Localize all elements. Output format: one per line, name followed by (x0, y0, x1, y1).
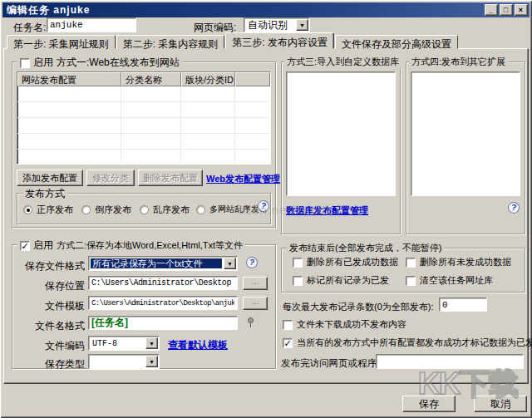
filename-input[interactable] (88, 316, 238, 330)
col-filler (235, 72, 270, 86)
radio-forward-label: 正序发布 (37, 204, 73, 216)
encoding-value: 自动识别 (246, 20, 294, 30)
db-publish-manage-link[interactable]: 数据库发布配置管理 (286, 204, 368, 217)
method3-title: 方式三:导入到自定义数据库 (284, 56, 401, 68)
cb-delete-unpublished-label: 删除所有未发成功数据 (420, 256, 511, 268)
table-row (17, 118, 270, 134)
checkbox-icon: ✓ (406, 258, 416, 268)
close-icon[interactable]: × (515, 4, 528, 16)
checkbox-icon: ✓ (293, 258, 303, 268)
table-row (17, 150, 270, 164)
modify-category-button[interactable]: 修改分类 (86, 170, 135, 186)
method2-enable-label: 启用 (33, 239, 53, 253)
location-label: 保存位置 (12, 279, 85, 293)
cb-no-download-label: 文件未下载成功不发布内容 (297, 318, 406, 331)
view-default-template-link[interactable]: 查看默认模板 (168, 338, 228, 352)
save-button[interactable]: 保存 (402, 396, 456, 412)
encoding-select[interactable]: 自动识别 ▼ (244, 17, 310, 32)
checkbox-icon: ✓ (283, 338, 293, 348)
save-type-select[interactable]: ▼ (88, 354, 160, 369)
checkbox-icon: ✓ (293, 276, 303, 286)
template-label: 文件模板 (12, 299, 85, 313)
cb-all-success-mark[interactable]: ✓ 当所有的发布方式中所有配置都发布成功才标记数据为已发 (283, 337, 532, 349)
cb-clear-url-library-label: 清空该任务网址库 (420, 274, 493, 287)
template-input[interactable] (88, 296, 238, 310)
chevron-down-icon[interactable]: ▼ (224, 258, 236, 269)
table-body (17, 86, 270, 164)
radio-icon (140, 205, 149, 214)
table-row (17, 134, 270, 150)
radio-random[interactable]: 乱序发布 (140, 204, 190, 216)
tab-step2[interactable]: 第二步: 采集内容规则 (116, 35, 225, 49)
cb-mark-published-label: 标记所有记录为已发 (307, 274, 389, 287)
browse-template-button[interactable]: ... (243, 297, 268, 310)
table-row (17, 86, 270, 102)
chevron-down-icon[interactable]: ▼ (145, 356, 158, 367)
radio-forward[interactable]: 正序发布 (23, 204, 73, 216)
location-input[interactable] (88, 276, 238, 290)
edit-task-dialog: 编辑任务 anjuke _ □ × 任务名: 网页编码: 自动识别 ▼ 第一步:… (0, 0, 532, 418)
method1-title: 方式一:Web在线发布到网站 (57, 56, 180, 70)
max-records-input[interactable] (439, 298, 487, 312)
cb-all-success-label: 当所有的发布方式中所有配置都发布成功才标记数据为已发 (297, 337, 532, 349)
cb-no-download-no-publish[interactable]: ✓ 文件未下载成功不发布内容 (283, 318, 406, 331)
checkbox-icon: ✓ (406, 276, 416, 286)
cb-clear-url-library[interactable]: ✓ 清空该任务网址库 (406, 274, 493, 287)
method4-title: 方式四:发布到其它扩展 (409, 56, 508, 68)
chevron-down-icon[interactable]: ▼ (145, 337, 158, 349)
save-type-value (91, 357, 144, 366)
col-site-config[interactable]: 网站发布配置 (17, 72, 121, 86)
table-row (17, 102, 270, 118)
cb-delete-published-label: 删除所有已发成功数据 (307, 256, 398, 268)
add-config-button[interactable]: 添加发布配置 (17, 170, 83, 186)
maximize-icon[interactable]: □ (500, 4, 513, 16)
max-records-label: 每次最大发布记录条数(0为全部发布): (283, 301, 434, 313)
cb-mark-published[interactable]: ✓ 标记所有记录为已发 (293, 274, 389, 287)
task-name-input[interactable] (47, 17, 136, 32)
tab-strip: 第一步: 采集网址规则 第二步: 采集内容规则 第三步: 发布内容设置 文件保存… (7, 33, 459, 49)
pin-icon[interactable] (248, 317, 254, 323)
tab-step1[interactable]: 第一步: 采集网址规则 (7, 35, 116, 49)
radio-reverse[interactable]: 倒序发布 (81, 204, 131, 216)
radio-icon (23, 205, 32, 214)
window-title: 编辑任务 anjuke (7, 4, 90, 16)
web-publish-manage-link[interactable]: Web发布配置管理 (206, 173, 280, 185)
browse-location-button[interactable]: ... (243, 277, 268, 290)
publish-config-table[interactable]: 网站发布配置 分类名称 版块/分类ID (17, 71, 271, 165)
visit-after-label: 发布完访问网页或程序 (281, 357, 377, 370)
checkbox-icon: ✓ (283, 320, 293, 330)
radio-random-label: 乱序发布 (153, 204, 190, 216)
minimize-icon[interactable]: _ (485, 4, 498, 16)
publish-mode-title: 发布方式 (22, 187, 67, 201)
method2-enable-checkbox[interactable]: ✓ (20, 241, 30, 251)
delete-config-button[interactable]: 删除发布配置 (138, 170, 203, 186)
radio-icon (81, 205, 91, 214)
save-type-label: 保存类型 (12, 357, 85, 371)
custom-db-listbox[interactable] (286, 71, 396, 196)
col-section-id[interactable]: 版块/分类ID (181, 72, 235, 86)
visit-after-input[interactable] (376, 354, 524, 369)
tab-advanced[interactable]: 文件保存及部分高级设置 (335, 35, 458, 49)
method1-enable-checkbox[interactable]: ✓ (20, 58, 30, 68)
method1-enable-label: 启用 (33, 56, 53, 70)
cb-delete-published[interactable]: ✓ 删除所有已发成功数据 (293, 256, 398, 268)
file-encoding-select[interactable]: UTF-8 ▼ (88, 336, 160, 351)
file-encoding-label: 文件编码 (12, 339, 85, 353)
format-value: 所有记录保存为一个txt文件 (91, 258, 222, 268)
cb-delete-unpublished[interactable]: ✓ 删除所有未发成功数据 (406, 256, 511, 268)
extension-listbox[interactable] (411, 71, 520, 196)
format-label: 保存文件格式 (12, 259, 85, 273)
radio-reverse-label: 倒序发布 (95, 204, 131, 216)
method2-title: 方式二:保存为本地Word,Excel,Html,Txt等文件 (57, 239, 243, 252)
filename-label: 文件名格式 (12, 319, 85, 333)
cancel-button[interactable]: 取消 (474, 396, 527, 412)
tab-step3[interactable]: 第三步: 发布内容设置 (225, 32, 334, 49)
radio-icon (196, 205, 205, 214)
col-category-name[interactable]: 分类名称 (121, 72, 181, 86)
chevron-down-icon[interactable]: ▼ (296, 19, 308, 31)
titlebar: 编辑任务 anjuke _ □ × (2, 2, 530, 17)
after-publish-title: 发布结束后(全部发布完成，不能暂停) (287, 242, 444, 254)
file-encoding-value: UTF-8 (91, 338, 144, 348)
format-select[interactable]: 所有记录保存为一个txt文件 ▼ (88, 256, 238, 271)
